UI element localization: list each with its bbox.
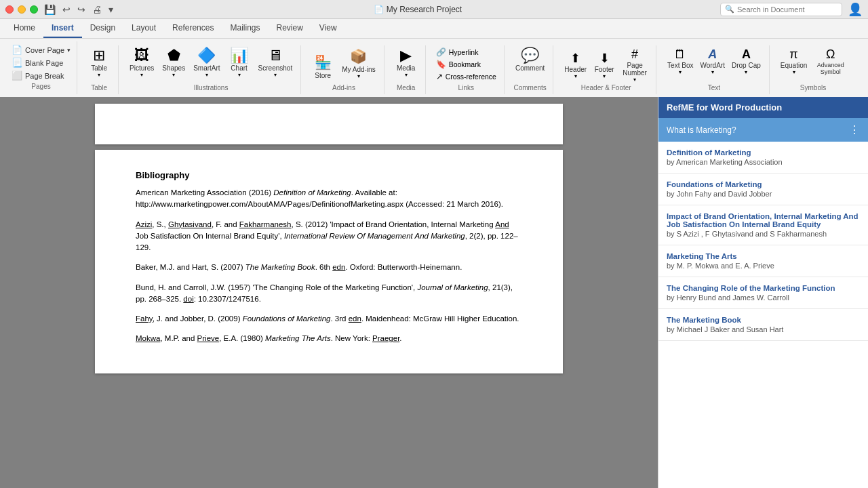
shapes-arrow: ▾: [172, 72, 175, 78]
tab-home[interactable]: Home: [5, 19, 43, 38]
symbols-items: π Equation ▾ Ω Advanced Symbol: [778, 47, 848, 77]
sidebar: RefME for Word Production What is Market…: [658, 97, 868, 488]
search-icon: 🔍: [725, 5, 734, 14]
redo-icon[interactable]: ↪: [75, 3, 87, 16]
table-button[interactable]: ⊞ Table ▾: [85, 47, 113, 79]
page-break-button[interactable]: ⬜ Page Break: [9, 70, 73, 81]
tab-mailings[interactable]: Mailings: [222, 19, 268, 38]
text-items: 🗒 Text Box ▾ A WordArt ▾ A Drop Cap ▾: [665, 47, 764, 77]
comments-group: 💬 Comment Comments: [507, 45, 553, 94]
textbox-button[interactable]: 🗒 Text Box ▾: [665, 47, 696, 77]
bib-entry-6: Mokwa, M.P. and Prieve, E.A. (1980) Mark…: [136, 333, 522, 344]
sidebar-active-item[interactable]: What is Marketing? ⋮: [658, 118, 868, 142]
search-input[interactable]: [737, 5, 837, 14]
store-button[interactable]: 🏪 Store: [309, 53, 336, 81]
hyperlink-button[interactable]: 🔗 Hyperlink: [434, 47, 498, 58]
bookmark-button[interactable]: 🔖 Bookmark: [434, 59, 498, 70]
media-button[interactable]: ▶ Media ▾: [393, 47, 420, 79]
table-label: Table: [91, 64, 107, 72]
user-icon[interactable]: 👤: [848, 2, 863, 17]
chart-icon: 📊: [230, 48, 248, 63]
wordart-button[interactable]: A WordArt ▾: [697, 47, 728, 77]
my-addins-arrow: ▾: [357, 73, 360, 79]
shapes-icon: ⬟: [167, 48, 180, 63]
hyperlink-icon: 🔗: [436, 47, 446, 57]
title-bar: 💾 ↩ ↪ 🖨 ▾ 📄 My Research Project 🔍 👤: [0, 0, 868, 19]
footer-button[interactable]: ⬇ Footer ▾: [591, 47, 618, 84]
advanced-symbol-label: Advanced Symbol: [815, 62, 846, 75]
pictures-button[interactable]: 🖼 Pictures ▾: [127, 47, 157, 79]
dropcap-button[interactable]: A Drop Cap ▾: [729, 47, 764, 77]
sidebar-more-icon[interactable]: ⋮: [849, 123, 860, 136]
quick-access-toolbar: 💾 ↩ ↪ 🖨 ▾: [42, 3, 115, 16]
tab-references[interactable]: References: [164, 19, 222, 38]
ribbon-tabs: Home Insert Design Layout References Mai…: [0, 19, 868, 39]
close-button[interactable]: [5, 5, 14, 14]
cross-reference-button[interactable]: ↗ Cross-reference: [434, 71, 498, 82]
sidebar-item-1[interactable]: Foundations of Marketing by John Fahy an…: [658, 174, 868, 205]
media-icon: ▶: [400, 48, 412, 63]
sidebar-item-3[interactable]: Marketing The Arts by M. P. Mokwa and E.…: [658, 245, 868, 277]
smartart-icon: 🔷: [197, 48, 216, 63]
page-number-button[interactable]: # Page Number ▾: [619, 47, 650, 84]
bib-entry-5: Fahy, J. and Jobber, D. (2009) Foundatio…: [136, 313, 522, 325]
tab-layout[interactable]: Layout: [123, 19, 164, 38]
tab-design[interactable]: Design: [82, 19, 123, 38]
sidebar-item-authors-2: by S Azizi , F Ghytasivand and S Fakharm…: [667, 230, 860, 238]
bib-entry-4: Bund, H. and Carroll, J.W. (1957) 'The C…: [136, 282, 522, 306]
blank-page-button[interactable]: 📃 Blank Page: [9, 57, 73, 68]
equation-button[interactable]: π Equation ▾: [778, 47, 810, 77]
sidebar-item-5[interactable]: The Marketing Book by Michael J Baker an…: [658, 309, 868, 341]
search-box[interactable]: 🔍: [720, 3, 842, 16]
tab-insert[interactable]: Insert: [43, 19, 82, 38]
equation-label: Equation: [781, 62, 807, 69]
smartart-button[interactable]: 🔷 SmartArt ▾: [191, 47, 222, 79]
header-footer-items: ⬆ Header ▾ ⬇ Footer ▾ # Page Number ▾: [561, 47, 650, 84]
document-area[interactable]: Bibliography American Marketing Associat…: [0, 97, 658, 488]
comments-items: 💬 Comment: [513, 47, 547, 73]
shapes-label: Shapes: [162, 64, 185, 72]
comment-button[interactable]: 💬 Comment: [513, 47, 547, 73]
sidebar-item-authors-0: by American Marketing Association: [667, 158, 860, 166]
shapes-button[interactable]: ⬟ Shapes ▾: [159, 47, 188, 79]
chart-button[interactable]: 📊 Chart ▾: [226, 47, 253, 79]
title-bar-right: 🔍 👤: [720, 2, 863, 17]
cover-page-label: Cover Page: [25, 46, 64, 54]
comment-label: Comment: [515, 64, 545, 72]
bib-entry-2: Azizi, S., Ghytasivand, F. and Fakharman…: [136, 219, 522, 254]
sidebar-item-4[interactable]: The Changing Role of the Marketing Funct…: [658, 277, 868, 309]
sidebar-item-2[interactable]: Impact of Brand Orientation, Internal Ma…: [658, 205, 868, 245]
sidebar-item-0[interactable]: Definition of Marketing by American Mark…: [658, 142, 868, 174]
page-number-label: Page Number: [622, 62, 648, 77]
tab-review[interactable]: Review: [268, 19, 311, 38]
minimize-button[interactable]: [18, 5, 26, 14]
header-button[interactable]: ⬆ Header ▾: [561, 47, 589, 84]
screenshot-button[interactable]: 🖥 Screenshot ▾: [256, 47, 296, 79]
my-addins-button[interactable]: 📦 My Add-ins ▾: [339, 47, 378, 81]
sidebar-title: RefME for Word Production: [658, 97, 868, 118]
undo-icon[interactable]: ↩: [60, 3, 73, 16]
sidebar-item-title-0: Definition of Marketing: [667, 148, 860, 157]
dropdown-icon[interactable]: ▾: [106, 3, 115, 16]
cover-page-button[interactable]: 📄 Cover Page ▾: [9, 44, 73, 56]
table-group-items: ⊞ Table ▾: [85, 47, 113, 79]
pictures-icon: 🖼: [134, 48, 149, 63]
tab-view[interactable]: View: [311, 19, 345, 38]
advanced-symbol-button[interactable]: Ω Advanced Symbol: [812, 47, 848, 77]
sidebar-item-title-5: The Marketing Book: [667, 316, 860, 324]
page-break-icon: ⬜: [12, 70, 22, 81]
print-icon[interactable]: 🖨: [90, 3, 104, 16]
pages-group-label: Pages: [9, 83, 73, 92]
symbols-group: π Equation ▾ Ω Advanced Symbol Symbols: [772, 45, 854, 94]
pages-group: 📄 Cover Page ▾ 📃 Blank Page ⬜ Page Break…: [5, 41, 77, 94]
maximize-button[interactable]: [30, 5, 38, 14]
table-icon: ⊞: [93, 48, 105, 63]
screenshot-label: Screenshot: [258, 64, 293, 72]
cover-page-arrow: ▾: [67, 47, 71, 54]
document-title: 📄 My Research Project: [374, 5, 462, 14]
save-icon[interactable]: 💾: [42, 3, 58, 16]
screenshot-arrow: ▾: [274, 72, 277, 78]
sidebar-item-authors-1: by John Fahy and David Jobber: [667, 190, 860, 198]
sidebar-item-title-1: Foundations of Marketing: [667, 180, 860, 188]
page-number-arrow: ▾: [633, 77, 636, 83]
